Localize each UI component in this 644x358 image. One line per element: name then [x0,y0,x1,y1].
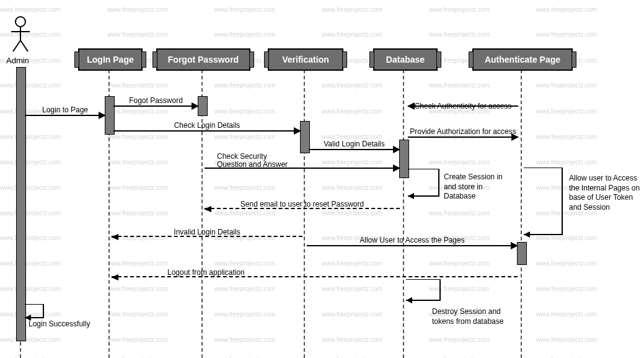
arrowhead-icon [192,102,199,110]
arrowhead-icon [111,274,118,280]
msg-check-authenticity: Check Authenticity for access [408,105,518,107]
msg-invalid-login: Invalid Login Details [112,236,302,238]
arrowhead-icon [204,206,211,212]
msg-logout: Logout from application [112,276,518,279]
actor-label: Admin [6,56,29,65]
msg-send-email: Send email to user to reset Password [205,208,400,210]
arrowhead-icon [111,234,118,240]
lifeline-auth: Authenticate Page [472,48,573,71]
lifeline-line-auth [521,69,522,358]
lifeline-verify: Verification [268,48,343,71]
msg-login-to-page: Login to Page [25,115,105,116]
svg-marker-7 [524,231,530,238]
note-allow-internal: Allow user to Access the Internal Pages … [569,174,642,212]
svg-line-3 [13,40,20,51]
note-destroy-session: Destroy Session and tokens from database [432,307,506,326]
msg-allow-access: Allow User to Access the Pages [307,245,518,246]
svg-marker-5 [25,315,31,321]
activation-auth [517,242,527,265]
svg-point-0 [15,17,25,27]
svg-marker-6 [408,193,414,199]
svg-line-4 [20,40,28,51]
arrowhead-icon [393,164,400,172]
arrowhead-icon [407,102,415,110]
msg-check-login: Check Login Details [113,130,301,132]
msg-check-security: Check Security Question and Answer [205,168,400,169]
arrowhead-icon [393,146,400,153]
arrowhead-icon [294,127,301,135]
msg-valid-login: Valid Login Details [309,149,400,150]
msg-provide-auth: Provide Authorization for access [408,136,518,138]
lifeline-login: LogIn Page [78,48,143,71]
activation-forgot [198,96,208,116]
msg-forgot-password: Fogot Password [113,105,198,107]
lifeline-db: Database [373,48,438,71]
note-create-session: Create Session in and store in Database [444,172,512,202]
self-destroy-session-path [406,279,449,305]
lifeline-forgot: Forgot Password [156,48,250,71]
arrowhead-icon [511,133,519,141]
arrowhead-icon [511,242,518,249]
lifeline-line-verify [304,69,305,358]
svg-marker-8 [406,297,412,303]
arrowhead-icon [99,112,106,119]
self-create-session-path [408,169,445,201]
actor-icon [11,16,30,53]
lifeline-line-db [403,69,404,358]
self-allow-internal-path [524,168,570,241]
